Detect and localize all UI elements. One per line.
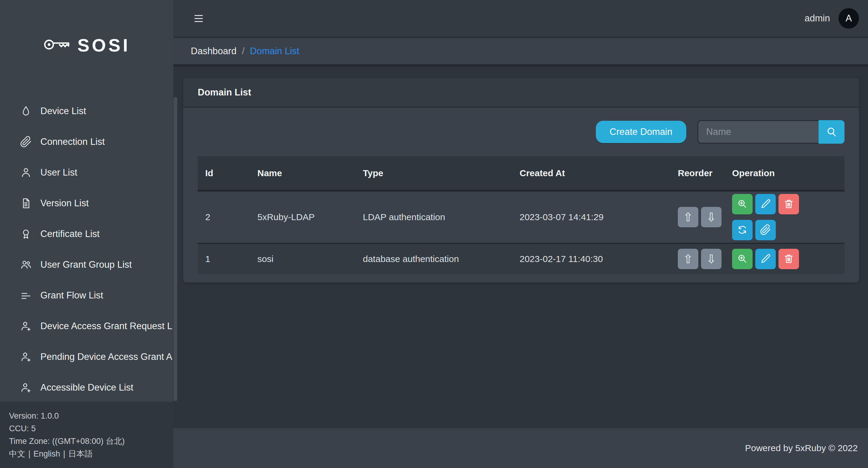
sidebar-item-certificate-list[interactable]: Certificate List <box>0 219 173 249</box>
cell-type: LDAP authentication <box>355 212 512 222</box>
link-button[interactable] <box>755 220 776 240</box>
document-icon <box>20 197 32 209</box>
pencil-icon <box>760 198 771 210</box>
user-group-icon <box>20 259 32 271</box>
reorder-up-button[interactable]: ⇧ <box>678 207 698 227</box>
magnifier-plus-icon <box>737 198 748 210</box>
cell-name: sosi <box>250 254 355 264</box>
edit-button[interactable] <box>755 194 776 214</box>
cell-name: 5xRuby-LDAP <box>250 212 355 222</box>
user-plus-icon <box>20 320 32 332</box>
sidebar-item-user-list[interactable]: User List <box>0 157 173 188</box>
menu-toggle-button[interactable] <box>194 15 203 22</box>
search-input[interactable] <box>698 120 818 144</box>
search-button[interactable] <box>818 120 844 144</box>
cell-id: 1 <box>198 254 250 264</box>
key-icon <box>43 34 72 56</box>
search-group <box>698 120 844 144</box>
app-root: SOSI Device List Connection List <box>0 0 868 468</box>
topbar-right: admin A <box>805 8 859 29</box>
toolbar: Create Domain <box>198 120 844 144</box>
sidebar-item-connection-list[interactable]: Connection List <box>0 127 173 157</box>
arrow-down-icon: ⇩ <box>706 211 716 223</box>
column-header-id: Id <box>198 168 250 178</box>
page-footer: Powered by 5xRuby © 2022 <box>173 428 868 468</box>
sidebar-item-label: Device Access Grant Request L <box>40 321 173 332</box>
sidebar-item-label: Connection List <box>40 136 105 147</box>
language-link-en[interactable]: English <box>33 449 60 458</box>
sidebar-item-grant-flow-list[interactable]: Grant Flow List <box>0 280 173 311</box>
avatar[interactable]: A <box>838 8 859 29</box>
certificate-icon <box>20 228 32 240</box>
reorder-up-button[interactable]: ⇧ <box>678 249 698 269</box>
user-plus-icon <box>20 351 32 363</box>
sidebar-item-version-list[interactable]: Version List <box>0 188 173 219</box>
paperclip-icon <box>760 224 771 236</box>
card-header: Domain List <box>183 78 859 107</box>
sidebar-item-label: Grant Flow List <box>40 290 103 301</box>
delete-button[interactable] <box>778 194 799 214</box>
flow-list-icon <box>20 290 32 301</box>
cell-id: 2 <box>198 212 250 222</box>
sidebar-item-label: Accessible Device List <box>40 382 133 393</box>
sidebar: SOSI Device List Connection List <box>0 0 173 468</box>
logo-text: SOSI <box>78 35 130 56</box>
reorder-down-button[interactable]: ⇩ <box>701 207 721 227</box>
arrow-up-icon: ⇧ <box>683 211 693 223</box>
sidebar-item-pending-device-access-grant-list[interactable]: Pending Device Access Grant A <box>0 341 173 372</box>
card-body: Create Domain Id <box>183 107 859 282</box>
cell-type: database authentication <box>355 254 512 264</box>
search-icon <box>826 126 838 138</box>
arrow-up-icon: ⇧ <box>683 253 693 265</box>
sidebar-item-accessible-device-list[interactable]: Accessible Device List <box>0 372 173 402</box>
sidebar-scrollbar[interactable] <box>174 97 177 401</box>
delete-button[interactable] <box>778 249 799 269</box>
edit-button[interactable] <box>755 249 776 269</box>
main-area: admin A Dashboard / Domain List Domain L… <box>173 0 868 468</box>
sidebar-menu: Device List Connection List User List <box>0 90 173 402</box>
cell-created-at: 2023-03-07 14:41:29 <box>512 212 670 222</box>
sosi-logo[interactable]: SOSI <box>0 0 173 90</box>
sidebar-item-label: User List <box>40 167 77 178</box>
view-button[interactable] <box>732 249 752 269</box>
sync-button[interactable] <box>732 220 752 240</box>
powered-by-text: Powered by 5xRuby © 2022 <box>745 443 858 453</box>
sidebar-item-label: User Grant Group List <box>40 259 132 270</box>
avatar-initial: A <box>846 13 852 24</box>
sidebar-item-device-list[interactable]: Device List <box>0 96 173 127</box>
timezone-text: Time Zone: ((GMT+08:00) 台北) <box>9 435 164 447</box>
ccu-text: CCU: 5 <box>9 422 164 435</box>
table-header-row: Id Name Type Created At Reorder Operatio… <box>198 156 844 192</box>
arrow-down-icon: ⇩ <box>706 253 716 265</box>
language-separator: | <box>63 449 65 458</box>
pencil-icon <box>760 253 771 265</box>
refresh-icon <box>737 224 748 236</box>
user-plus-icon <box>20 381 32 394</box>
table-row: 1 sosi database authentication 2023-02-1… <box>198 244 844 274</box>
sidebar-item-label: Certificate List <box>40 229 99 239</box>
language-link-zh[interactable]: 中文 <box>9 449 25 458</box>
column-header-type: Type <box>355 168 512 178</box>
username[interactable]: admin <box>805 13 830 24</box>
column-header-created-at: Created At <box>512 168 670 178</box>
breadcrumb: Dashboard / Domain List <box>173 38 868 67</box>
sidebar-item-label: Device List <box>40 106 86 116</box>
column-header-reorder: Reorder <box>670 168 724 178</box>
content-area: Domain List Create Domain <box>173 67 868 428</box>
language-link-ja[interactable]: 日本語 <box>68 449 93 458</box>
sidebar-item-user-grant-group-list[interactable]: User Grant Group List <box>0 249 173 280</box>
domain-list-card: Domain List Create Domain <box>183 78 859 282</box>
reorder-down-button[interactable]: ⇩ <box>701 249 721 269</box>
breadcrumb-domain-list[interactable]: Domain List <box>250 46 299 57</box>
column-header-operation: Operation <box>724 168 844 178</box>
sidebar-item-label: Version List <box>40 198 89 209</box>
sidebar-footer: Version: 1.0.0 CCU: 5 Time Zone: ((GMT+0… <box>0 402 173 468</box>
sidebar-item-device-access-grant-request-list[interactable]: Device Access Grant Request L <box>0 311 173 341</box>
view-button[interactable] <box>732 194 752 214</box>
column-header-name: Name <box>250 168 355 178</box>
create-domain-button[interactable]: Create Domain <box>596 121 686 143</box>
breadcrumb-dashboard[interactable]: Dashboard <box>191 46 237 57</box>
droplet-icon <box>20 105 32 117</box>
language-switcher: 中文|English|日本語 <box>9 447 164 460</box>
version-text: Version: 1.0.0 <box>9 409 164 422</box>
